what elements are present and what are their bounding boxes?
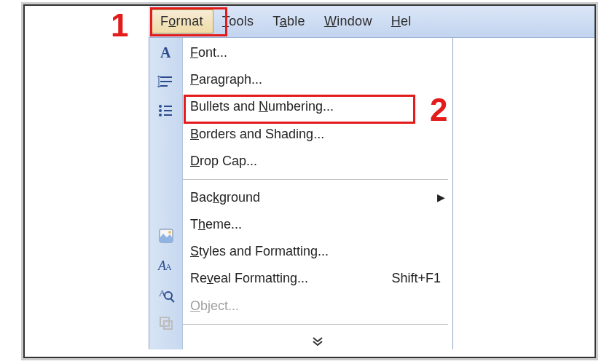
- menu-theme[interactable]: Theme...: [183, 211, 452, 238]
- object-icon: [149, 309, 183, 338]
- expand-chevron-icon: [310, 336, 325, 347]
- menu-reveal-shortcut: Shift+F1: [391, 271, 445, 286]
- menu-theme-ul: h: [198, 217, 205, 232]
- menu-body: Font... Paragraph... Bullets and Numberi…: [183, 38, 452, 349]
- menu-borders-ul: B: [190, 127, 199, 141]
- menu-window-ul: W: [324, 14, 337, 28]
- tutorial-frame: Format Tools Table Window Hel A: [23, 4, 596, 358]
- blank-icon-3: [149, 192, 183, 221]
- menu-theme-pre: T: [190, 217, 198, 232]
- menu-bullets-numbering[interactable]: Bullets and Numbering...: [183, 93, 452, 120]
- menu-reveal-pre: Re: [190, 271, 207, 285]
- menu-help-post: el: [401, 14, 412, 28]
- separator-2: [183, 324, 448, 325]
- menu-table-ul: a: [280, 14, 287, 28]
- menu-table-pre: T: [272, 14, 279, 28]
- menu-reveal-ul: v: [207, 271, 213, 285]
- expand-menu-button[interactable]: [183, 333, 452, 349]
- menu-table[interactable]: Table: [264, 9, 315, 33]
- menu-format[interactable]: Format: [152, 9, 213, 33]
- menu-tools-post: ools: [229, 14, 254, 28]
- paragraph-icon: [149, 67, 183, 96]
- menu-paragraph[interactable]: Paragraph...: [183, 66, 452, 93]
- svg-point-6: [159, 109, 162, 112]
- menu-theme-post: eme...: [205, 217, 242, 232]
- callout-number-1: 1: [111, 7, 128, 44]
- menu-font[interactable]: Font...: [183, 39, 452, 66]
- menu-tools-ul: T: [222, 14, 229, 28]
- svg-point-8: [159, 114, 162, 116]
- menu-bar: Format Tools Table Window Hel: [149, 6, 595, 38]
- svg-line-16: [170, 298, 174, 302]
- menu-paragraph-post: aragraph...: [199, 72, 262, 87]
- menu-font-ul: F: [190, 45, 198, 60]
- bullets-icon: [149, 96, 183, 125]
- menu-object: Object...: [183, 293, 452, 320]
- menu-format-pre: F: [160, 14, 168, 28]
- callout-number-2: 2: [430, 92, 447, 128]
- menu-drop-cap[interactable]: Drop Cap...: [183, 148, 452, 175]
- menu-background[interactable]: Background ▶: [183, 184, 452, 211]
- menu-object-post: bject...: [200, 298, 239, 313]
- menu-borders-shading[interactable]: Borders and Shading...: [183, 121, 452, 148]
- menu-format-ul: o: [168, 14, 176, 28]
- menu-font-post: ont...: [198, 45, 227, 60]
- blank-icon-2: [149, 154, 183, 183]
- menu-table-post: ble: [287, 14, 305, 28]
- menu-dropcap-post: rop Cap...: [200, 154, 257, 168]
- menu-help[interactable]: Hel: [382, 9, 422, 33]
- menu-dropcap-ul: D: [190, 154, 200, 168]
- menu-background-ul: k: [213, 190, 219, 205]
- svg-rect-18: [164, 321, 172, 329]
- menu-background-post: ground: [219, 190, 260, 205]
- menu-borders-post: orders and Shading...: [199, 127, 324, 141]
- menu-reveal-post: eal Formatting...: [213, 271, 308, 285]
- menu-help-ul: H: [391, 14, 401, 28]
- svg-text:A: A: [160, 44, 171, 60]
- svg-text:A: A: [165, 262, 172, 272]
- theme-icon: [149, 221, 183, 250]
- separator-1: [183, 179, 448, 180]
- font-icon: A: [149, 38, 183, 67]
- submenu-arrow-icon: ▶: [437, 191, 445, 203]
- menu-reveal-formatting[interactable]: Reveal Formatting... Shift+F1: [183, 265, 452, 292]
- menu-tools[interactable]: Tools: [213, 9, 264, 33]
- svg-point-11: [168, 231, 171, 234]
- format-dropdown: A: [149, 38, 453, 349]
- menu-styles-ul: S: [190, 244, 199, 258]
- styles-icon: AA: [149, 250, 183, 280]
- reveal-icon: A: [149, 280, 183, 309]
- menu-paragraph-ul: P: [190, 72, 199, 87]
- menu-bullets-pre: Bullets and: [190, 99, 259, 114]
- menu-bullets-ul: N: [259, 99, 268, 114]
- icon-rail: A: [149, 38, 183, 349]
- menu-window-post: indow: [337, 14, 372, 28]
- blank-icon-1: [149, 125, 183, 154]
- menu-styles-formatting[interactable]: Styles and Formatting...: [183, 238, 452, 265]
- menu-format-post: rmat: [176, 14, 203, 28]
- svg-point-4: [159, 105, 162, 108]
- menu-window[interactable]: Window: [315, 9, 382, 33]
- menu-styles-post: tyles and Formatting...: [199, 244, 329, 258]
- menu-bullets-post: umbering...: [268, 99, 334, 114]
- menu-background-pre: Bac: [190, 190, 213, 205]
- menu-object-ul: O: [190, 298, 200, 313]
